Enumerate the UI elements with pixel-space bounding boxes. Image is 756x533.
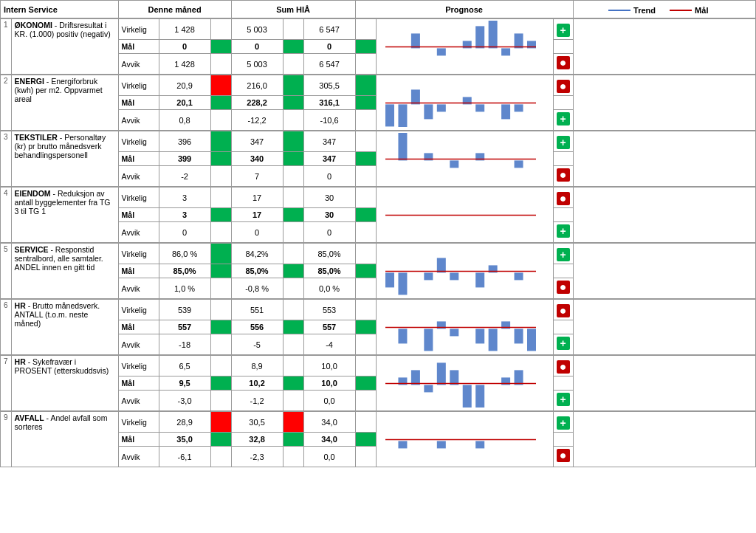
virkelig-sum: 347: [231, 131, 283, 152]
avvik-denne: -3,0: [159, 391, 210, 412]
maal-denne: 399: [159, 152, 210, 166]
bot-action[interactable]: ●: [553, 54, 573, 75]
plus-icon[interactable]: +: [557, 24, 570, 37]
virkelig-prognose: 85,0%: [303, 243, 355, 264]
table-row: 5 SERVICE - Responstid sentralbord, alle…: [1, 243, 756, 264]
svg-rect-4: [436, 48, 445, 55]
svg-rect-17: [436, 104, 445, 111]
minus-icon-bot[interactable]: ●: [557, 168, 570, 182]
top-action[interactable]: ●: [553, 75, 573, 96]
top-action[interactable]: ●: [553, 299, 573, 320]
svg-rect-47: [475, 272, 484, 287]
avvik-color-prog: [355, 222, 376, 244]
chart-svg: [379, 21, 542, 71]
maal-label: Mål: [118, 96, 159, 110]
color-prog: [355, 411, 376, 433]
color-sum: [283, 299, 303, 320]
svg-rect-36: [514, 160, 523, 168]
maal-label: Mål: [118, 264, 159, 278]
bot-action[interactable]: ●: [553, 166, 573, 188]
color-prog: [355, 355, 376, 376]
top-action[interactable]: +: [553, 243, 573, 264]
top-action[interactable]: +: [553, 411, 573, 433]
bot-action[interactable]: ●: [553, 447, 573, 467]
minus-icon-bot[interactable]: ●: [557, 281, 570, 294]
bot-action[interactable]: ●: [553, 278, 573, 300]
color-prog: [355, 18, 376, 40]
maal-color-prog: [355, 376, 376, 391]
maal-color-sum: [283, 376, 303, 391]
minus-icon-bot[interactable]: ●: [557, 56, 570, 69]
maal-label: Mål: [118, 433, 159, 447]
svg-rect-68: [410, 370, 419, 385]
plus-icon-bot[interactable]: +: [557, 224, 570, 238]
top-action[interactable]: ●: [553, 355, 573, 376]
top-action[interactable]: +: [553, 131, 573, 152]
top-action[interactable]: ●: [553, 187, 573, 208]
chart-area: [376, 131, 553, 187]
row-number: 9: [1, 411, 12, 467]
row-label: HR - Brutto månedsverk. ANTALL (t.o.m. n…: [11, 299, 118, 355]
svg-rect-20: [475, 104, 484, 111]
minus-icon[interactable]: ●: [557, 80, 570, 93]
maal-sum: 556: [231, 320, 283, 334]
avvik-color-sum: [283, 110, 303, 131]
virkelig-denne: 20,9: [159, 75, 210, 96]
top-action[interactable]: +: [553, 18, 573, 40]
minus-icon[interactable]: ●: [557, 360, 570, 374]
row-number: 3: [1, 131, 12, 187]
maal-sum: 85,0%: [231, 264, 283, 278]
maal-label: Mål: [118, 320, 159, 334]
minus-icon[interactable]: ●: [557, 192, 570, 205]
bot-action[interactable]: +: [553, 222, 573, 244]
plus-icon-bot[interactable]: +: [557, 393, 570, 406]
row-number: 5: [1, 243, 12, 299]
trend-legend: Trend: [608, 6, 656, 15]
svg-rect-56: [424, 329, 433, 351]
maal-denne: 557: [159, 320, 210, 334]
plus-icon[interactable]: +: [557, 248, 570, 261]
avvik-color-denne: [210, 334, 231, 356]
row-number: 4: [1, 187, 12, 243]
svg-rect-70: [436, 362, 445, 385]
color-prog: [355, 75, 376, 96]
avvik-sum: -1,2: [231, 391, 283, 412]
svg-rect-54: [398, 329, 407, 343]
bot-action[interactable]: +: [553, 391, 573, 412]
avvik-label: Avvik: [118, 54, 159, 75]
avvik-color-prog: [355, 447, 376, 467]
row-label: SERVICE - Responstid sentralbord, alle s…: [11, 243, 118, 299]
color-sum: [283, 131, 303, 152]
avvik-color-sum: [283, 278, 303, 300]
virkelig-prognose: 34,0: [303, 411, 355, 433]
virkelig-label: Virkelig: [118, 411, 159, 433]
color-sum: [283, 18, 303, 40]
chart-svg: [379, 357, 542, 408]
no-action: [553, 208, 573, 222]
bot-action[interactable]: +: [553, 110, 573, 131]
plus-icon[interactable]: +: [557, 416, 570, 430]
avvik-label: Avvik: [118, 110, 159, 131]
virkelig-label: Virkelig: [118, 187, 159, 208]
table-row: 2 ENERGI - Energiforbruk (kwh) per m2. O…: [1, 75, 756, 96]
svg-rect-13: [385, 104, 394, 126]
virkelig-prognose: 10,0: [303, 355, 355, 376]
chart-area: [376, 243, 553, 299]
maal-color-denne: [210, 320, 231, 334]
maal-denne: 35,0: [159, 433, 210, 447]
maal-color-prog: [355, 433, 376, 447]
avvik-prognose: -4: [303, 334, 355, 356]
minus-icon[interactable]: ●: [557, 304, 570, 317]
plus-icon[interactable]: +: [557, 136, 570, 149]
avvik-color-denne: [210, 391, 231, 412]
plus-icon-bot[interactable]: +: [557, 112, 570, 125]
bot-action[interactable]: +: [553, 334, 573, 356]
virkelig-prognose: 6 547: [303, 18, 355, 40]
color-prog: [355, 299, 376, 320]
avvik-prognose: 0: [303, 222, 355, 244]
minus-icon-bot[interactable]: ●: [557, 449, 570, 462]
virkelig-sum: 84,2%: [231, 243, 283, 264]
color-sum: [283, 355, 303, 376]
maal-color-sum: [283, 433, 303, 447]
plus-icon-bot[interactable]: +: [557, 337, 570, 350]
